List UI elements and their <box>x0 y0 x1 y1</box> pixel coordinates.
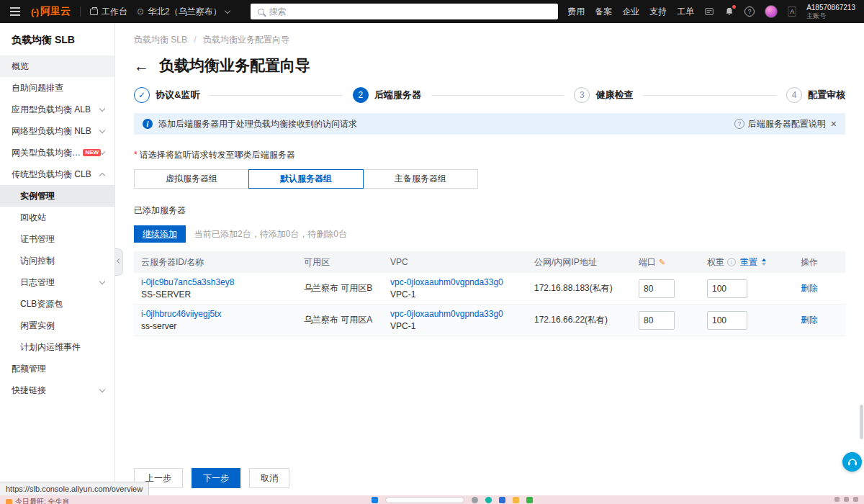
step-backend-servers[interactable]: 2 后端服务器 <box>353 87 421 103</box>
region-selector[interactable]: ⊙ 华北2（乌兰察布） <box>137 6 230 18</box>
console-message-icon[interactable] <box>704 6 714 17</box>
weight-info-icon: i <box>727 258 736 266</box>
notification-dot <box>732 5 736 9</box>
chevron-left-icon <box>116 258 121 264</box>
divider <box>80 6 81 17</box>
sidebar-item-label: 快捷链接 <box>12 384 46 397</box>
topbar-link-icp[interactable]: 备案 <box>595 6 612 18</box>
taskbar-news-widget[interactable]: 今日最旺: 全生肖 <box>6 497 70 504</box>
added-servers-title: 已添加服务器 <box>115 189 864 217</box>
sidebar-item-troubleshooting[interactable]: 自助问题排查 <box>0 77 114 99</box>
taskbar-app-icon[interactable] <box>526 497 533 503</box>
delete-link[interactable]: 删除 <box>801 283 818 293</box>
taskbar-app-icon[interactable] <box>485 497 492 503</box>
sidebar-item-instance-management[interactable]: 实例管理 <box>0 185 114 207</box>
workbench-link[interactable]: 工作台 <box>90 6 127 18</box>
weight-reset-link[interactable]: 重置 <box>740 256 757 269</box>
weight-input[interactable] <box>707 311 747 330</box>
tab-primary-backup-group[interactable]: 主备服务器组 <box>363 169 478 189</box>
sidebar-item-label: CLB资源包 <box>20 298 63 310</box>
bell-icon[interactable] <box>724 6 734 17</box>
chevron-down-icon <box>224 7 230 13</box>
avatar[interactable] <box>765 5 778 18</box>
tray-icon[interactable] <box>853 497 858 502</box>
browser-status-url: https://slb.console.aliyun.com/overview <box>0 482 149 495</box>
sidebar-collapse-handle[interactable] <box>115 248 123 276</box>
tab-virtual-server-group[interactable]: 虚拟服务器组 <box>134 169 249 189</box>
banner-text: 添加后端服务器用于处理负载均衡接收到的访问请求 <box>158 118 357 130</box>
cell-action: 删除 <box>793 282 845 294</box>
next-step-button[interactable]: 下一步 <box>192 468 240 488</box>
taskbar-app-icon[interactable] <box>499 497 505 503</box>
vpc-name: VPC-1 <box>390 321 520 331</box>
topbar-link-tickets[interactable]: 工单 <box>677 6 694 18</box>
help-icon[interactable]: ? <box>744 6 755 17</box>
sidebar-item-clb-resource-pack[interactable]: CLB资源包 <box>0 293 114 315</box>
taskbar-app-icon[interactable] <box>513 497 519 503</box>
edit-pencil-icon[interactable]: ✎ <box>659 258 665 267</box>
close-icon[interactable]: × <box>831 118 837 130</box>
sidebar-item-quota-management[interactable]: 配额管理 <box>0 358 114 379</box>
sidebar-item-planned-maintenance[interactable]: 计划内运维事件 <box>0 336 114 358</box>
port-input[interactable] <box>639 311 675 330</box>
sidebar-item-quick-links[interactable]: 快捷链接 <box>0 379 114 401</box>
global-search[interactable] <box>251 4 558 19</box>
cancel-button[interactable]: 取消 <box>249 468 289 488</box>
sidebar-item-log-management[interactable]: 日志管理 <box>0 271 114 293</box>
cell-server-id: i-0jlhbruc46viiyegj5tx ss-server <box>134 305 297 336</box>
sidebar-item-overview[interactable]: 概览 <box>0 55 114 77</box>
sidebar-item-certificates[interactable]: 证书管理 <box>0 228 114 250</box>
step-protocol-listener[interactable]: ✓ 协议&监听 <box>134 87 199 103</box>
taskbar-app-icon[interactable] <box>372 497 378 503</box>
step-number: 2 <box>353 87 369 103</box>
topbar-link-enterprise[interactable]: 企业 <box>622 6 639 18</box>
account-info[interactable]: A18570867213 主账号 <box>806 4 855 19</box>
sidebar-item-gwlb[interactable]: 网关型负载均衡 GWLB NEW <box>0 142 114 163</box>
breadcrumb-root[interactable]: 负载均衡 SLB <box>134 35 187 45</box>
taskbar-app-icon[interactable] <box>472 497 478 503</box>
scrollbar[interactable] <box>860 405 863 439</box>
sidebar-item-idle-instances[interactable]: 闲置实例 <box>0 315 114 336</box>
tab-default-server-group[interactable]: 默认服务器组 <box>248 169 364 189</box>
vpc-id-link[interactable]: vpc-0jloxaauhm0vgpnda33g0 <box>390 309 503 319</box>
wizard-footer: 上一步 下一步 取消 <box>134 468 289 488</box>
cell-action: 删除 <box>793 314 845 326</box>
language-icon[interactable]: A <box>788 6 796 17</box>
back-button[interactable]: ← <box>134 58 149 73</box>
step-health-check[interactable]: 3 健康检查 <box>574 87 633 103</box>
tray-icon[interactable] <box>844 497 849 502</box>
menu-icon[interactable] <box>9 4 22 19</box>
server-id-link[interactable]: i-0jlc9bu7anc5a3sh3ey8 <box>141 277 234 287</box>
account-id: A18570867213 <box>806 4 855 12</box>
step-config-review[interactable]: 4 配置审核 <box>786 87 845 103</box>
vpc-id-link[interactable]: vpc-0jloxaauhm0vgpnda33g0 <box>390 277 503 287</box>
sidebar-item-label: 网关型负载均衡 GWLB <box>12 147 81 159</box>
sidebar-item-clb[interactable]: 传统型负载均衡 CLB <box>0 163 114 185</box>
customer-service-button[interactable] <box>842 452 862 472</box>
sort-icon[interactable] <box>762 258 766 266</box>
server-id-link[interactable]: i-0jlhbruc46viiyegj5tx <box>141 309 221 319</box>
aliyun-logo-text: 阿里云 <box>40 5 71 18</box>
info-banner: i 添加后端服务器用于处理负载均衡接收到的访问请求 ? 后端服务器配置说明 × <box>134 113 845 135</box>
sidebar: 负载均衡 SLB 概览 自助问题排查 应用型负载均衡 ALB 网络型负载均衡 N… <box>0 23 115 495</box>
tray-icon[interactable] <box>834 497 840 502</box>
delete-link[interactable]: 删除 <box>801 315 818 325</box>
topbar-link-support[interactable]: 支持 <box>649 6 667 18</box>
os-taskbar: 今日最旺: 全生肖 <box>0 495 864 504</box>
sidebar-item-alb[interactable]: 应用型负载均衡 ALB <box>0 99 114 120</box>
server-group-tabs: 虚拟服务器组 默认服务器组 主备服务器组 <box>115 161 864 189</box>
aliyun-logo[interactable]: (-) 阿里云 <box>31 5 71 18</box>
topbar-link-billing[interactable]: 费用 <box>567 6 585 18</box>
port-input[interactable] <box>639 279 675 298</box>
sidebar-item-recycle-bin[interactable]: 回收站 <box>0 207 114 228</box>
weight-input[interactable] <box>707 279 747 298</box>
taskbar-search[interactable] <box>385 497 464 503</box>
sidebar-item-nlb[interactable]: 网络型负载均衡 NLB <box>0 120 114 142</box>
search-input[interactable] <box>269 6 551 17</box>
sidebar-item-access-control[interactable]: 访问控制 <box>0 250 114 271</box>
cell-ip: 172.16.88.183(私有) <box>527 282 631 294</box>
chevron-down-icon <box>99 105 105 111</box>
backend-config-doc-link[interactable]: 后端服务器配置说明 <box>748 118 826 130</box>
cell-zone: 乌兰察布 可用区A <box>297 314 383 326</box>
continue-add-button[interactable]: 继续添加 <box>134 225 186 243</box>
